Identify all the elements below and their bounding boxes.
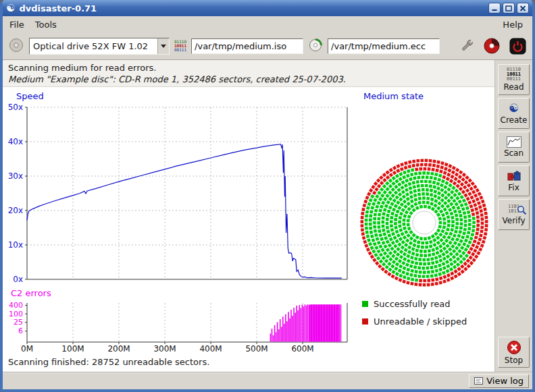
scan-result-status: Scanning finished: 28752 unreadable sect… xyxy=(3,354,494,372)
binary-line: 00111 xyxy=(507,77,521,82)
svg-text:400M: 400M xyxy=(199,344,222,354)
view-log-label: View log xyxy=(486,376,524,386)
stop-icon xyxy=(507,340,521,355)
view-log-button[interactable]: View log xyxy=(469,374,529,388)
puzzle-icon xyxy=(507,170,521,182)
maximize-icon xyxy=(505,5,512,11)
svg-text:500M: 500M xyxy=(245,344,268,354)
menu-file[interactable]: File xyxy=(4,18,30,32)
legend-skipped-swatch xyxy=(362,318,368,325)
svg-text:100M: 100M xyxy=(61,344,84,354)
dvdisaster-logo-icon xyxy=(483,37,501,55)
ecc-path-input[interactable] xyxy=(328,38,440,54)
legend-read-swatch xyxy=(362,301,368,307)
maximize-button[interactable] xyxy=(503,3,515,13)
svg-text:6: 6 xyxy=(18,327,23,335)
legend: Successfully read Unreadable / skipped xyxy=(362,295,467,330)
close-button[interactable] xyxy=(517,3,529,13)
scan-chart-icon xyxy=(507,136,521,148)
iso-icon-line: 00111 xyxy=(174,47,186,52)
minimize-icon xyxy=(491,5,498,11)
quit-button[interactable] xyxy=(509,37,527,55)
legend-row-read: Successfully read xyxy=(362,295,467,312)
svg-text:40x: 40x xyxy=(8,137,23,146)
minimize-button[interactable] xyxy=(488,3,501,13)
toolbar: Optical drive 52X FW 1.02 01110 10011 00… xyxy=(3,32,532,60)
drive-select-value: Optical drive 52X FW 1.02 xyxy=(30,41,157,51)
legend-read-label: Successfully read xyxy=(374,299,450,309)
medium-state-disc xyxy=(357,155,492,290)
menu-tools[interactable]: Tools xyxy=(30,18,62,32)
bottom-bar: View log xyxy=(3,372,532,389)
menu-help[interactable]: Help xyxy=(497,18,528,32)
legend-row-skipped: Unreadable / skipped xyxy=(362,312,467,330)
window-title: dvdisaster-0.71 xyxy=(19,3,97,13)
svg-text:20x: 20x xyxy=(8,206,23,215)
svg-text:10x: 10x xyxy=(8,240,23,250)
svg-text:600M: 600M xyxy=(291,344,313,354)
window-controls xyxy=(488,3,529,13)
svg-text:400: 400 xyxy=(9,301,23,310)
svg-text:25: 25 xyxy=(14,318,23,327)
medium-state-title: Medium state xyxy=(363,91,424,101)
create-button[interactable]: ☯ Create xyxy=(498,98,530,129)
stop-button-label: Stop xyxy=(505,356,523,365)
drive-select[interactable]: Optical drive 52X FW 1.02 xyxy=(29,38,170,55)
svg-text:30x: 30x xyxy=(8,171,23,181)
chart-panel: Speed Medium state C2 errors 0M100M200M3… xyxy=(3,87,494,354)
scan-button[interactable]: Scan xyxy=(498,132,530,163)
svg-text:300M: 300M xyxy=(153,344,176,354)
verify-button-label: Verify xyxy=(502,216,525,225)
menubar: File Tools Help xyxy=(3,16,532,32)
close-icon xyxy=(519,5,526,11)
yin-yang-icon: ☯ xyxy=(509,102,519,115)
wrench-icon xyxy=(459,38,474,53)
svg-text:200M: 200M xyxy=(107,344,130,354)
status-area: Scanning medium for read errors. Medium … xyxy=(3,60,494,87)
svg-text:100: 100 xyxy=(9,310,23,318)
legend-skipped-label: Unreadable / skipped xyxy=(374,316,467,327)
stop-button[interactable]: Stop xyxy=(498,337,530,368)
verify-button[interactable]: 1101 1011 Verify xyxy=(498,199,530,230)
preferences-button[interactable] xyxy=(459,38,475,54)
status-line2: Medium "Example disc": CD-R mode 1, 3524… xyxy=(8,74,489,85)
svg-text:0M: 0M xyxy=(21,344,33,354)
scan-button-label: Scan xyxy=(504,148,524,158)
svg-text:0x: 0x xyxy=(13,275,23,284)
titlebar: ☯ dvdisaster-0.71 xyxy=(3,0,532,16)
magnifier-icon xyxy=(517,205,527,215)
app-window: ☯ dvdisaster-0.71 File Tools Help Optica… xyxy=(0,0,535,392)
ecc-file-icon xyxy=(308,38,323,55)
status-line1: Scanning medium for read errors. xyxy=(8,62,489,74)
app-icon[interactable]: ☯ xyxy=(6,3,15,13)
content-area: Scanning medium for read errors. Medium … xyxy=(3,60,494,372)
speed-c2-chart: 0M100M200M300M400M500M600M0x10x20x30x40x… xyxy=(3,87,354,354)
read-binary-icon: 01110 10011 00111 xyxy=(507,67,521,82)
iso-file-icon: 01110 10011 00111 xyxy=(174,40,186,52)
svg-text:50x: 50x xyxy=(8,103,23,112)
chevron-down-icon xyxy=(157,38,169,54)
create-button-label: Create xyxy=(501,115,528,125)
about-button[interactable] xyxy=(482,36,501,55)
drive-icon xyxy=(8,37,24,55)
fix-button-label: Fix xyxy=(508,183,519,192)
power-icon xyxy=(509,38,526,55)
read-button-label: Read xyxy=(503,82,524,92)
action-sidebar: 01110 10011 00111 Read ☯ Create Scan xyxy=(494,60,532,372)
verify-icon: 1101 1011 xyxy=(508,204,519,215)
read-button[interactable]: 01110 10011 00111 Read xyxy=(498,64,530,95)
log-icon xyxy=(474,377,483,385)
fix-button[interactable]: Fix xyxy=(498,165,530,196)
iso-path-input[interactable] xyxy=(191,38,303,54)
